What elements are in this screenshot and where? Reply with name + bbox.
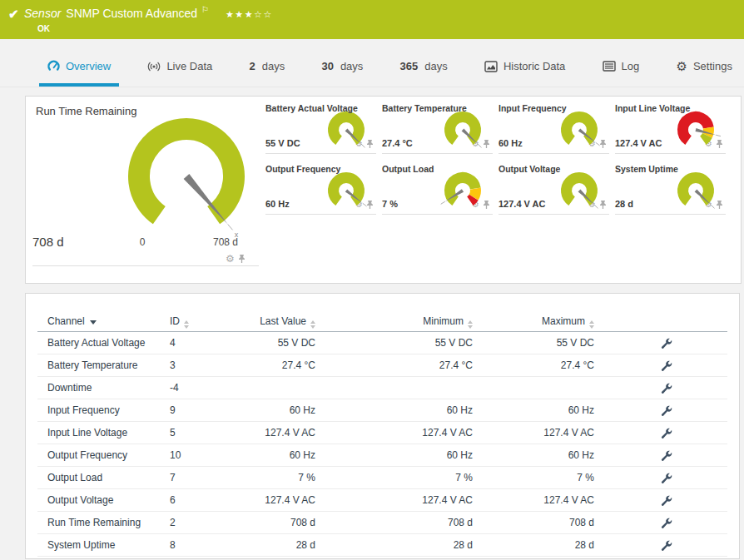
gauge-value: 7 %: [382, 199, 398, 209]
channel-name: Downtime: [47, 377, 170, 399]
priority-stars[interactable]: ★★★☆☆: [226, 9, 273, 19]
gauge-value: 127.4 V AC: [615, 138, 662, 148]
tab-30-days[interactable]: 30days: [313, 60, 371, 87]
table-row-downtime[interactable]: Downtime-4: [37, 377, 727, 399]
column-header-id[interactable]: ID: [170, 310, 253, 332]
column-label: Channel: [47, 315, 85, 327]
wrench-icon[interactable]: [661, 360, 672, 372]
channel-maximum: 27.4 °C: [473, 354, 594, 377]
star-empty-icon[interactable]: ☆: [254, 9, 263, 19]
star-filled-icon[interactable]: ★: [226, 9, 235, 19]
chart-icon: [484, 61, 498, 72]
channel-id: 4: [170, 332, 253, 354]
wrench-icon[interactable]: [661, 383, 672, 394]
gauge-value: 127.4 V AC: [498, 199, 545, 209]
channel-minimum: 28 d: [315, 534, 473, 557]
channel-gauge-battery-actual-voltage: Battery Actual Voltage55 V DC⚙: [265, 103, 376, 154]
gauge-value: 60 Hz: [498, 138, 523, 148]
table-row-run-time-remaining[interactable]: Run Time Remaining2708 d708 d708 d: [37, 512, 727, 534]
channel-gauge-output-frequency: Output Frequency60 Hz⚙: [265, 164, 376, 215]
channel-id: 2: [170, 512, 253, 534]
star-empty-icon[interactable]: ☆: [263, 9, 272, 19]
sensor-kind-label: Sensor: [24, 7, 61, 20]
wrench-icon[interactable]: [661, 473, 672, 484]
wrench-icon[interactable]: [661, 518, 672, 529]
sort-icon: [184, 320, 189, 329]
sensor-header-bar: ✔ SensorSNMP Custom Advanced⚐ ★★★☆☆ OK: [0, 0, 744, 39]
channel-name: Output Voltage: [47, 489, 170, 512]
table-row-battery-actual-voltage[interactable]: Battery Actual Voltage455 V DC55 V DC55 …: [37, 332, 727, 354]
channel-minimum: 127.4 V AC: [315, 489, 473, 512]
column-header-minimum[interactable]: Minimum: [315, 310, 473, 332]
wrench-icon[interactable]: [661, 405, 672, 417]
gauge-dial: [669, 167, 722, 222]
channel-last-value: 60 Hz: [253, 444, 315, 467]
channel-maximum: 127.4 V AC: [473, 422, 594, 444]
status-ok-check-icon: ✔: [8, 7, 19, 22]
column-header-last-value[interactable]: Last Value: [253, 310, 315, 332]
wrench-icon[interactable]: [661, 450, 672, 462]
channel-name: Input Frequency: [47, 399, 170, 422]
priority-flag-icon: ⚐: [201, 5, 209, 14]
gauge-title: Battery Temperature: [382, 103, 467, 113]
wrench-icon[interactable]: [661, 338, 672, 349]
tab-live-data[interactable]: Live Data: [139, 60, 221, 87]
table-row-system-uptime[interactable]: System Uptime828 d28 d28 d: [37, 534, 727, 557]
gauge-value: 27.4 °C: [382, 138, 413, 148]
channel-maximum: 28 d: [473, 534, 594, 557]
gauge-dial: [669, 107, 722, 161]
gear-tab-icon: ⚙: [676, 61, 687, 72]
tab-label: Log: [622, 60, 640, 72]
table-row-output-voltage[interactable]: Output Voltage6127.4 V AC127.4 V AC127.4…: [37, 489, 727, 512]
channel-gauge-output-load: Output Load7 %⚙: [382, 164, 493, 215]
gauge-title: Output Frequency: [265, 164, 340, 174]
sort-desc-icon: [90, 320, 97, 325]
tab-label: days: [340, 60, 363, 72]
channel-id: -4: [170, 377, 253, 399]
star-filled-icon[interactable]: ★: [245, 9, 254, 19]
wrench-icon[interactable]: [661, 540, 672, 552]
main-gauge-scale-min: 0: [126, 236, 159, 248]
wrench-icon[interactable]: [661, 428, 672, 439]
tab-historic-data[interactable]: Historic Data: [476, 60, 573, 87]
gauge-dial: [553, 167, 606, 222]
channel-gauge-output-voltage: Output Voltage127.4 V AC⚙: [498, 164, 609, 215]
tab-log[interactable]: Log: [594, 60, 648, 87]
table-row-input-line-voltage[interactable]: Input Line Voltage5127.4 V AC127.4 V AC1…: [37, 422, 727, 444]
tab-2-days[interactable]: 2days: [241, 60, 294, 87]
gauge-value: 55 V DC: [265, 138, 300, 148]
table-row-battery-temperature[interactable]: Battery Temperature327.4 °C27.4 °C27.4 °…: [37, 354, 727, 377]
channel-last-value: 55 V DC: [253, 332, 315, 354]
gauge-title: Input Line Voltage: [615, 103, 690, 113]
channel-minimum: 60 Hz: [315, 444, 473, 467]
channel-last-value: 27.4 °C: [253, 354, 315, 377]
channel-name: Output Load: [47, 467, 170, 489]
channel-table-panel: ChannelIDLast ValueMinimumMaximum Batter…: [25, 293, 740, 559]
star-filled-icon[interactable]: ★: [235, 9, 244, 19]
gauge-dial: [436, 107, 489, 161]
channel-maximum: 127.4 V AC: [473, 489, 594, 512]
channel-id: 9: [170, 399, 253, 422]
tab-label: Live Data: [166, 60, 212, 72]
wrench-icon[interactable]: [661, 495, 672, 507]
channel-id: 3: [170, 354, 253, 377]
log-icon: [603, 61, 616, 72]
tab-365-days[interactable]: 365days: [392, 60, 456, 87]
main-gauge-scale-max: 708 d: [199, 236, 252, 248]
table-row-output-load[interactable]: Output Load77 %7 %7 %: [37, 467, 727, 489]
sensor-title-line: SensorSNMP Custom Advanced⚐ ★★★☆☆: [24, 5, 273, 20]
gauge-value: 60 Hz: [265, 199, 290, 209]
main-gauge-actions: ⚙: [226, 251, 246, 266]
gear-icon[interactable]: ⚙: [226, 254, 235, 264]
channel-gauge-input-line-voltage: Input Line Voltage127.4 V AC⚙: [615, 103, 726, 154]
table-row-output-frequency[interactable]: Output Frequency1060 Hz60 Hz60 Hz: [37, 444, 727, 467]
channel-maximum: [473, 377, 594, 399]
pin-icon[interactable]: [238, 251, 246, 266]
tab-overview[interactable]: Overview: [39, 60, 119, 87]
main-gauge-value: 708 d: [32, 235, 64, 249]
column-header-channel[interactable]: Channel: [47, 310, 170, 332]
column-header-maximum[interactable]: Maximum: [473, 310, 594, 332]
tab-settings[interactable]: ⚙Settings: [667, 60, 740, 87]
tab-label: days: [424, 60, 447, 72]
table-row-input-frequency[interactable]: Input Frequency960 Hz60 Hz60 Hz: [37, 399, 727, 422]
